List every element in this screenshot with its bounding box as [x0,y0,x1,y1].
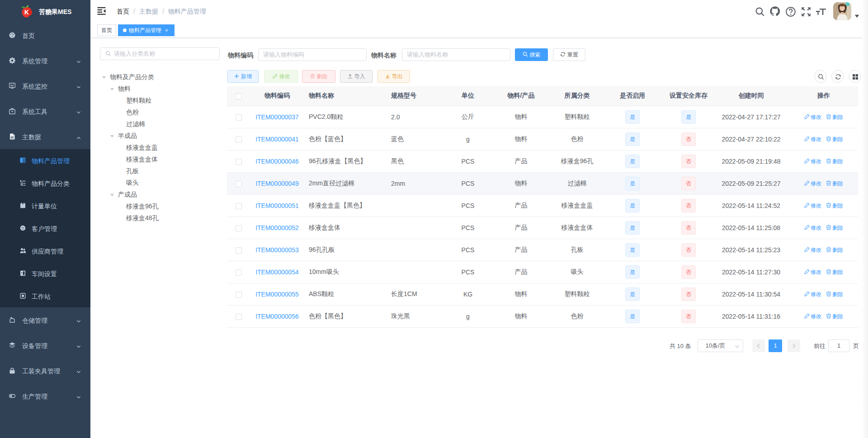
svg-text:K: K [24,9,29,16]
